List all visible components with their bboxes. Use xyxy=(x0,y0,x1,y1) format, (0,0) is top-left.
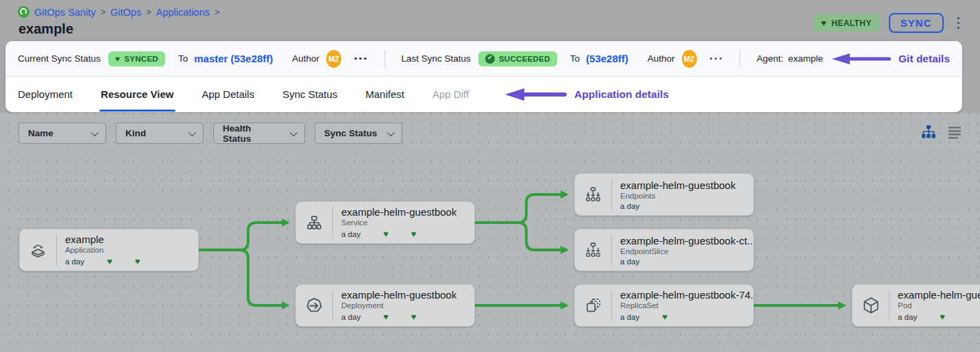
endpoints-icon xyxy=(575,186,611,204)
node-age: a day xyxy=(65,257,84,266)
application-details-annotation: Application details xyxy=(505,77,669,112)
breadcrumb-link-gitops[interactable]: GitOps xyxy=(110,7,141,18)
node-application-example[interactable]: example Application a day xyxy=(19,229,199,271)
breadcrumb-link-applications[interactable]: Applications xyxy=(156,7,210,18)
left-arrow-icon xyxy=(505,87,568,102)
node-title: example-helm-guestbook xyxy=(620,179,735,191)
node-kind: Endpoints xyxy=(620,192,735,200)
node-age: a day xyxy=(620,202,639,210)
filter-kind-label: Kind xyxy=(125,128,146,138)
node-pod-example-helm-guest[interactable]: example-helm-guest Pod a day xyxy=(852,284,980,327)
sync-status-bar: Current Sync Status SYNCED To master (53… xyxy=(5,41,962,77)
chevron-down-icon xyxy=(91,128,99,136)
more-options-icon[interactable] xyxy=(709,55,724,63)
breadcrumb: GitOps Sanity > GitOps > Applications > xyxy=(18,6,220,18)
node-service-example-helm-guestbook[interactable]: example-helm-guestbook Service a day xyxy=(295,201,475,244)
filter-name-dropdown[interactable]: Name xyxy=(19,123,106,144)
service-icon xyxy=(296,214,332,232)
node-age: a day xyxy=(620,313,639,321)
chevron-down-icon xyxy=(387,128,395,136)
current-commit-link[interactable]: master (53e28ff) xyxy=(194,53,273,64)
git-details-annotation: Git details xyxy=(832,52,950,66)
node-deployment-example-helm-guestbook[interactable]: example-helm-guestbook Deployment a day xyxy=(295,284,475,327)
heart-icon xyxy=(107,256,112,266)
endpointslice-icon xyxy=(575,241,611,260)
heart-icon xyxy=(411,229,417,238)
tab-app-details[interactable]: App Details xyxy=(202,77,255,112)
sync-button[interactable]: SYNC xyxy=(889,13,944,33)
filter-sync-status-label: Sync Status xyxy=(324,128,377,138)
deployment-icon xyxy=(296,296,332,316)
list-view-icon[interactable] xyxy=(947,125,962,140)
filter-health-status-label: Health Status xyxy=(223,123,280,144)
pod-icon xyxy=(853,296,889,315)
node-age: a day xyxy=(341,230,360,238)
heart-icon xyxy=(383,229,389,238)
agent-value: example xyxy=(788,53,823,64)
application-status-card: Current Sync Status SYNCED To master (53… xyxy=(5,41,962,112)
breadcrumb-separator: > xyxy=(146,7,151,17)
node-title: example-helm-guestbook xyxy=(341,290,456,301)
divider xyxy=(384,51,385,67)
application-icon xyxy=(20,241,56,260)
edge-app-to-deployment xyxy=(199,250,284,305)
last-sync-status-label: Last Sync Status xyxy=(402,53,471,64)
application-tabs: Deployment Resource View App Details Syn… xyxy=(5,77,962,112)
node-kind: Deployment xyxy=(341,301,456,310)
node-replicaset-example-helm-guestbook-74[interactable]: example-helm-guestbook-74... ReplicaSet … xyxy=(574,284,754,327)
node-health-hearts xyxy=(383,229,416,238)
node-title: example-helm-guestbook-ct... xyxy=(620,235,753,247)
to-label: To xyxy=(570,53,580,64)
node-kind: Application xyxy=(65,246,140,254)
edge-service-to-endpointslice xyxy=(475,223,563,250)
resource-graph-canvas: Name Kind Health Status Sync Status xyxy=(0,113,980,352)
node-endpointslice-example-helm-guestbook-ct[interactable]: example-helm-guestbook-ct... EndpointSli… xyxy=(574,229,754,271)
heart-icon xyxy=(662,312,667,321)
node-title: example-helm-guest xyxy=(898,290,980,301)
author-label: Author xyxy=(292,53,319,64)
heart-icon xyxy=(411,312,417,321)
filter-name-label: Name xyxy=(28,128,53,138)
left-arrow-icon xyxy=(832,52,892,66)
synced-badge: SYNCED xyxy=(108,51,165,66)
last-commit-link[interactable]: (53e28ff) xyxy=(586,53,628,64)
application-details-annotation-label: Application details xyxy=(574,88,669,101)
node-title: example xyxy=(65,234,140,245)
current-sync-status-label: Current Sync Status xyxy=(18,53,101,64)
edge-app-to-service xyxy=(199,223,284,250)
heart-icon xyxy=(135,256,140,266)
node-age: a day xyxy=(341,313,360,321)
heart-icon xyxy=(821,18,826,28)
tree-view-icon[interactable] xyxy=(921,125,936,140)
chevron-down-icon xyxy=(188,128,196,136)
breadcrumb-link-account[interactable]: GitOps Sanity xyxy=(34,7,95,18)
node-health-hearts xyxy=(662,312,667,321)
edge-service-to-endpoints xyxy=(475,194,563,223)
succeeded-badge-label: SUCCEEDED xyxy=(499,55,550,63)
view-toggles xyxy=(921,125,962,140)
filter-sync-status-dropdown[interactable]: Sync Status xyxy=(315,123,402,144)
heart-icon xyxy=(115,54,120,64)
tab-sync-status[interactable]: Sync Status xyxy=(282,77,337,112)
git-details-annotation-label: Git details xyxy=(898,53,950,65)
node-kind: EndpointSlice xyxy=(620,247,753,255)
health-status-badge: HEALTHY xyxy=(813,14,879,32)
succeeded-badge: SUCCEEDED xyxy=(478,51,557,66)
more-actions-kebab-icon[interactable] xyxy=(953,14,964,32)
tab-manifest[interactable]: Manifest xyxy=(365,77,404,112)
check-circle-icon xyxy=(485,54,495,64)
more-options-icon[interactable] xyxy=(353,55,368,63)
filter-health-status-dropdown[interactable]: Health Status xyxy=(213,123,305,144)
node-kind: ReplicaSet xyxy=(620,301,753,310)
tab-deployment[interactable]: Deployment xyxy=(18,77,73,112)
chevron-down-icon xyxy=(290,128,297,136)
tab-app-diff[interactable]: App Diff xyxy=(432,77,469,112)
tab-resource-view[interactable]: Resource View xyxy=(101,77,173,112)
synced-badge-label: SYNCED xyxy=(124,55,158,63)
node-endpoints-example-helm-guestbook[interactable]: example-helm-guestbook Endpoints a day xyxy=(574,173,754,216)
filter-kind-dropdown[interactable]: Kind xyxy=(116,123,204,144)
to-label: To xyxy=(178,53,188,64)
node-health-hearts xyxy=(107,256,140,266)
page-header: GitOps Sanity > GitOps > Applications > … xyxy=(0,0,980,41)
author-avatar: MZ xyxy=(326,50,341,68)
